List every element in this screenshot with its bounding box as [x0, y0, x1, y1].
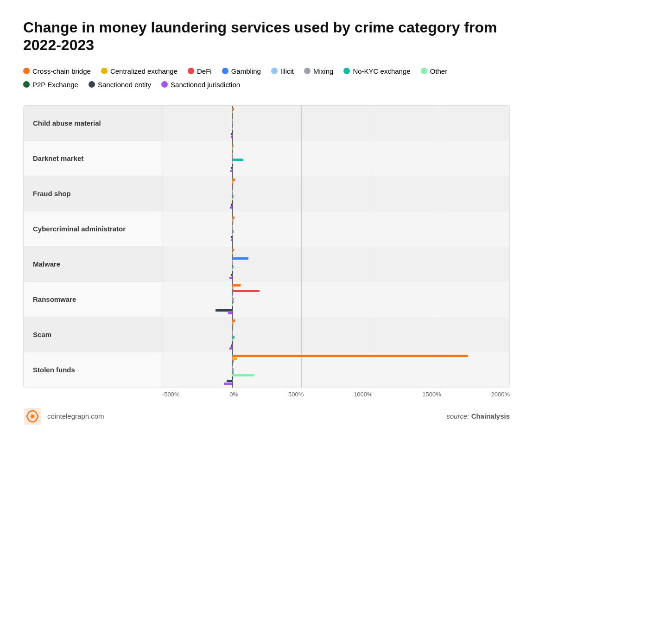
bar [232, 333, 233, 336]
bar [232, 108, 234, 110]
bar [230, 206, 232, 209]
bar [216, 309, 232, 312]
bar [232, 159, 243, 161]
y-label-malware: Malware [24, 247, 163, 282]
legend-label: Cross-chain bridge [32, 67, 91, 75]
legend-label: Illicit [280, 67, 294, 75]
footer-url: cointelegraph.com [47, 412, 104, 420]
bar [232, 319, 235, 322]
bar [232, 217, 235, 219]
bar [232, 201, 233, 203]
legend-label: Gambling [231, 67, 261, 75]
bar [231, 167, 232, 169]
bar [232, 322, 234, 325]
bar [232, 298, 234, 300]
legend-dot [23, 68, 30, 74]
legend-item-no-kyc-exchange: No-KYC exchange [343, 67, 410, 75]
bar [232, 271, 233, 274]
row-band [163, 282, 509, 317]
bar [232, 255, 233, 257]
bar [232, 357, 237, 360]
bar [232, 284, 241, 287]
bar [232, 156, 233, 158]
bar [232, 377, 233, 379]
legend-label: No-KYC exchange [353, 67, 410, 75]
bar [232, 336, 235, 338]
bar [232, 260, 233, 262]
bar [227, 380, 232, 382]
bar [232, 230, 234, 233]
bar [232, 195, 234, 198]
legend-label: Centralized exchange [110, 67, 178, 75]
bar [230, 170, 232, 172]
bar [232, 263, 233, 265]
x-label: 500% [288, 391, 304, 398]
legend-item-centralized-exchange: Centralized exchange [101, 67, 178, 75]
chart-container: Child abuse materialDarknet marketFraud … [23, 105, 510, 388]
chart-wrapper: Child abuse materialDarknet marketFraud … [23, 105, 510, 398]
bar [229, 347, 232, 350]
bar [232, 366, 233, 368]
footer-source: source: Chainalysis [446, 412, 510, 420]
y-label-darknet-market: Darknet market [24, 141, 163, 176]
bar [232, 161, 233, 164]
y-label-ransomware: Ransomware [24, 282, 163, 317]
grid-line [509, 106, 510, 388]
legend-label: Mixing [313, 67, 333, 75]
legend-dot [89, 81, 95, 88]
bar [232, 190, 233, 192]
bar [232, 328, 233, 330]
bar [228, 312, 232, 314]
bar [232, 233, 233, 236]
y-label-stolen-funds: Stolen funds [24, 352, 163, 388]
bar [232, 125, 233, 127]
legend-item-other: Other [421, 67, 448, 75]
legend: Cross-chain bridgeCentralized exchangeDe… [23, 67, 510, 91]
y-label-fraud-shop: Fraud shop [24, 176, 163, 211]
bar [232, 181, 234, 184]
bar [231, 239, 232, 241]
legend-item-p2p-exchange: P2P Exchange [23, 81, 78, 89]
bar [232, 147, 233, 150]
legend-dot [23, 81, 30, 88]
bar [232, 114, 233, 116]
bar [232, 374, 254, 376]
bar [232, 371, 234, 374]
bar [232, 360, 234, 363]
x-label: 1000% [354, 391, 372, 398]
legend-label: DeFi [197, 67, 212, 75]
legend-item-illicit: Illicit [271, 67, 294, 75]
grid-line [371, 106, 371, 388]
legend-dot [101, 68, 108, 74]
x-label: 1500% [422, 391, 441, 398]
legend-item-defi: DeFi [188, 67, 212, 75]
bar [229, 277, 232, 279]
chart-title: Change in money laundering services used… [23, 19, 510, 54]
bar [232, 192, 233, 195]
y-label-child-abuse-material: Child abuse material [24, 106, 163, 141]
bar [232, 153, 233, 155]
legend-item-gambling: Gambling [222, 67, 261, 75]
legend-dot [304, 68, 311, 74]
row-band [163, 211, 509, 247]
bar [232, 122, 233, 124]
x-label: 0% [229, 391, 238, 398]
bar [232, 249, 234, 251]
bar [232, 225, 233, 227]
bar [231, 274, 232, 276]
x-label: 2000% [491, 391, 510, 398]
cointelegraph-logo [23, 407, 42, 426]
bar [232, 111, 233, 113]
bar [232, 198, 233, 200]
row-band [163, 317, 509, 352]
legend-dot [343, 68, 350, 74]
row-band [163, 141, 509, 176]
bar [232, 290, 260, 292]
bar [232, 127, 233, 130]
bar [232, 252, 233, 254]
grid-line [301, 106, 302, 388]
bar [232, 325, 233, 327]
legend-item-mixing: Mixing [304, 67, 333, 75]
bar [231, 136, 232, 138]
bar [232, 301, 234, 303]
